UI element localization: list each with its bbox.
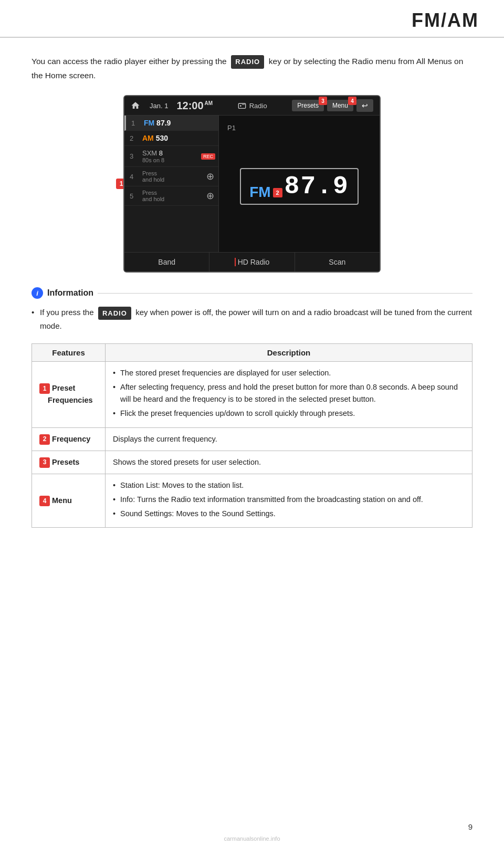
screen-bottombar: Band HD Radio Scan [124, 252, 380, 271]
desc-bullet-1-2: After selecting frequency, press and hol… [113, 381, 465, 405]
feature-cell-3: 3 Presets [32, 451, 106, 474]
info-icon: i [32, 287, 43, 299]
features-table: Features Description 1 Preset Frequencie… [32, 343, 472, 528]
desc-cell-3: Shows the stored presets for user select… [106, 451, 472, 474]
intro-paragraph: You can access the radio player either b… [32, 55, 472, 82]
presets-button[interactable]: 3 Presets [292, 100, 324, 111]
row3-badge: 3 [39, 457, 50, 468]
preset-add-icon-5[interactable]: ⊕ [206, 190, 214, 202]
page-number: 9 [468, 822, 472, 831]
scan-button[interactable]: Scan [295, 253, 380, 271]
info-title: Information [47, 288, 93, 298]
desc-cell-2: Displays the current frequency. [106, 427, 472, 451]
col-features: Features [32, 343, 106, 361]
feature-cell-2: 2 Frequency [32, 427, 106, 451]
screen-topbar-right: 3 Presets 4 Menu ↩ [292, 99, 373, 112]
main-content: You can access the radio player either b… [0, 38, 504, 549]
desc-cell-4: Station List: Moves to the station list.… [106, 474, 472, 528]
page-title: FM/AM [25, 9, 479, 32]
desc-bullet-1-1: The stored preset frequencies are displa… [113, 367, 465, 379]
row1-badge: 1 [39, 383, 50, 394]
screen-topbar-left: Jan. 1 12:00AM [131, 100, 213, 112]
table-row-2: 2 Frequency Displays the current frequen… [32, 427, 472, 451]
col-description: Description [106, 343, 472, 361]
badge-3: 3 [319, 97, 327, 105]
menu-button[interactable]: 4 Menu [327, 100, 353, 111]
frequency-display: FM 2 87.9 [240, 168, 359, 205]
freq-number: 87.9 [285, 172, 349, 201]
table-row-3: 3 Presets Shows the stored presets for u… [32, 451, 472, 474]
info-header: i Information [32, 287, 472, 301]
screen-topbar: Jan. 1 12:00AM Radio 3 Presets [124, 96, 380, 116]
home-icon [131, 101, 140, 110]
info-section: i Information If you press the RADIO key… [32, 287, 472, 333]
page-header: FM/AM [0, 0, 504, 38]
preset-item-5[interactable]: 5 Press and hold ⊕ [124, 186, 218, 206]
table-row-1: 1 Preset Frequencies The stored preset f… [32, 361, 472, 427]
hd-divider [235, 258, 236, 266]
svg-rect-0 [238, 103, 245, 108]
screen-radio-label: Radio [238, 101, 267, 110]
screen-time: 12:00AM [176, 100, 213, 112]
info-bullet-1: If you press the RADIO key when power is… [32, 306, 472, 333]
main-display: P1 FM 2 87.9 [219, 116, 380, 252]
screen-body: 1 FM 87.9 2 AM 530 3 [124, 116, 380, 252]
screen-container: 1 Jan. 1 12:00AM Radio [32, 95, 472, 273]
badge-4: 4 [348, 97, 356, 105]
preset-item-3[interactable]: 3 SXM 8 80s on 8 REC [124, 146, 218, 167]
station-label: P1 [227, 124, 236, 132]
radio-key-badge: RADIO [231, 55, 264, 69]
desc-cell-1: The stored preset frequencies are displa… [106, 361, 472, 427]
hd-radio-button[interactable]: HD Radio [209, 253, 295, 271]
preset-item-1[interactable]: 1 FM 87.9 [124, 116, 218, 131]
preset-list: 1 FM 87.9 2 AM 530 3 [124, 116, 219, 252]
desc-bullet-4-1: Station List: Moves to the station list. [113, 479, 465, 492]
back-button[interactable]: ↩ [356, 99, 373, 112]
row2-badge: 2 [39, 434, 50, 445]
radio-screen: Jan. 1 12:00AM Radio 3 Presets [123, 95, 381, 273]
preset-item-2[interactable]: 2 AM 530 [124, 131, 218, 146]
rec-badge: REC [201, 153, 215, 160]
row4-badge: 4 [39, 496, 50, 506]
table-row-4: 4 Menu Station List: Moves to the statio… [32, 474, 472, 528]
feature-cell-1: 1 Preset Frequencies [32, 361, 106, 427]
desc-bullet-4-3: Sound Settings: Moves to the Sound Setti… [113, 508, 465, 520]
desc-bullet-4-2: Info: Turns the Radio text information t… [113, 494, 465, 506]
info-radio-key-badge: RADIO [98, 307, 131, 320]
band-button[interactable]: Band [124, 253, 209, 271]
badge-2: 2 [273, 188, 282, 197]
radio-icon [238, 101, 246, 110]
watermark: carmanualsonline.info [0, 835, 504, 842]
freq-band: FM [249, 184, 270, 201]
intro-text-before: You can access the radio player either b… [32, 57, 227, 66]
info-bullet-prefix: If you press the [40, 308, 94, 317]
svg-point-1 [240, 106, 242, 107]
desc-bullet-1-3: Flick the preset frequencies up/down to … [113, 407, 465, 420]
screen-date: Jan. 1 [150, 102, 168, 110]
preset-item-4[interactable]: 4 Press and hold ⊕ [124, 167, 218, 186]
info-divider [98, 293, 472, 294]
feature-cell-4: 4 Menu [32, 474, 106, 528]
preset-add-icon-4[interactable]: ⊕ [206, 171, 214, 182]
screen-wrapper: 1 Jan. 1 12:00AM Radio [123, 95, 381, 273]
